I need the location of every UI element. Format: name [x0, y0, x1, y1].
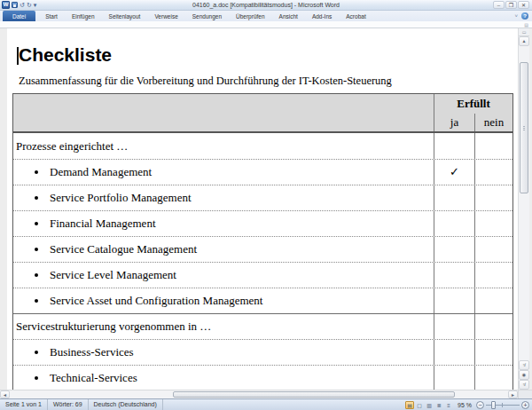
- row-label-cell[interactable]: Service Portfolio Management: [13, 185, 434, 210]
- ja-cell[interactable]: [434, 263, 475, 288]
- nein-cell[interactable]: [475, 160, 512, 185]
- table-row: Servicestrukturierung vorgenommen in …: [13, 313, 512, 339]
- ribbon-tab-row: Datei StartEinfügenSeitenlayoutVerweiseS…: [0, 11, 532, 21]
- tab-sendungen[interactable]: Sendungen: [185, 11, 229, 21]
- table-row: Service Portfolio Management: [13, 185, 512, 210]
- vertical-scroll-thumb[interactable]: [520, 62, 528, 193]
- table-header-row-2: ja nein: [13, 114, 512, 133]
- ja-cell[interactable]: [434, 314, 475, 339]
- table-row: Demand Management ✓: [13, 159, 512, 185]
- nein-cell[interactable]: [475, 185, 512, 210]
- qat-customize-icon[interactable]: ▾: [34, 1, 37, 9]
- nein-cell[interactable]: [475, 340, 512, 365]
- vertical-scrollbar[interactable]: ▭ ▲ ≉ ◉ ≉: [518, 28, 529, 390]
- redo-icon[interactable]: ↻: [27, 1, 32, 9]
- row-label-cell[interactable]: Financial Management: [13, 211, 434, 236]
- table-row: Prozesse eingerichtet …: [13, 133, 512, 159]
- view-mode-button-3[interactable]: ≣: [434, 401, 443, 409]
- tab-ansicht[interactable]: Ansicht: [272, 11, 305, 21]
- page-indicator[interactable]: Seite 1 von 1: [0, 399, 48, 410]
- zoom-out-button[interactable]: −: [476, 401, 484, 409]
- scroll-left-icon[interactable]: ◄: [0, 390, 10, 398]
- word-window: W ↺ ↻ ▾ 04160_a.doc [Kompatibilitätsmodu…: [0, 0, 532, 410]
- horizontal-scroll-thumb[interactable]: [173, 391, 455, 398]
- row-label-cell[interactable]: Business-Services: [13, 340, 434, 365]
- document-page[interactable]: Checkliste Zusammenfassung für die Vorbe…: [7, 28, 518, 390]
- nein-cell[interactable]: [475, 263, 512, 288]
- vertical-scroll-track[interactable]: [519, 46, 529, 360]
- word-count[interactable]: Wörter: 69: [48, 399, 89, 410]
- zoom-level[interactable]: 95 %: [455, 402, 474, 408]
- tab-add-ins[interactable]: Add-Ins: [305, 11, 339, 21]
- ja-cell[interactable]: [434, 237, 475, 262]
- ribbon-tabs: StartEinfügenSeitenlayoutVerweiseSendung…: [38, 11, 373, 21]
- expand-ribbon-icon[interactable]: ▤: [524, 22, 528, 28]
- table-row: Business-Services: [13, 339, 512, 365]
- save-icon[interactable]: [12, 2, 18, 8]
- previous-page-icon[interactable]: ≉: [519, 360, 529, 370]
- zoom-in-button[interactable]: +: [521, 401, 529, 409]
- row-label-cell[interactable]: Technical-Services: [13, 366, 434, 390]
- row-label-cell[interactable]: Prozesse eingerichtet …: [13, 133, 434, 159]
- undo-icon[interactable]: ↺: [20, 1, 25, 9]
- ja-cell[interactable]: [434, 340, 475, 365]
- zoom-slider[interactable]: [486, 401, 520, 409]
- select-browse-object-icon[interactable]: ◉: [519, 370, 529, 380]
- tab--berpr-fen[interactable]: Überprüfen: [229, 11, 272, 21]
- ja-cell[interactable]: [434, 185, 475, 210]
- bullet-icon: [35, 273, 38, 277]
- view-mode-button-4[interactable]: ≡: [444, 401, 453, 409]
- ja-cell[interactable]: ✓: [434, 160, 475, 185]
- nein-cell[interactable]: [475, 314, 512, 339]
- table-row: Service Catalogue Management: [13, 236, 512, 262]
- checklist-table: Erfüllt ja nein Prozesse eingerichtet … …: [12, 93, 513, 390]
- help-button[interactable]: ?: [521, 12, 528, 20]
- nein-cell[interactable]: [475, 237, 512, 262]
- header-ja: ja: [434, 114, 475, 131]
- chevron-down-icon[interactable]: ˅: [514, 12, 518, 20]
- row-label-cell[interactable]: Servicestrukturierung vorgenommen in …: [13, 314, 434, 339]
- document-heading: Checkliste: [19, 44, 112, 66]
- scroll-right-icon[interactable]: ►: [508, 390, 518, 398]
- next-page-icon[interactable]: ≉: [519, 380, 529, 390]
- bullet-icon: [35, 376, 38, 380]
- close-button[interactable]: ✕: [518, 1, 529, 9]
- ja-cell[interactable]: [434, 366, 475, 390]
- tab-datei[interactable]: Datei: [3, 11, 35, 21]
- nein-cell[interactable]: [475, 288, 512, 313]
- zoom-slider-thumb[interactable]: [491, 401, 496, 409]
- language-indicator[interactable]: Deutsch (Deutschland): [89, 399, 163, 410]
- view-mode-button-2[interactable]: ▥: [425, 401, 434, 409]
- tab-verweise[interactable]: Verweise: [147, 11, 184, 21]
- row-label-cell[interactable]: Service Level Management: [13, 263, 434, 288]
- row-label-cell[interactable]: Service Asset und Configuration Manageme…: [13, 288, 434, 313]
- horizontal-scroll-track[interactable]: ◄ ►: [0, 390, 518, 398]
- view-mode-button-1[interactable]: ▢: [415, 401, 424, 409]
- table-header-row-1: Erfüllt: [13, 94, 512, 114]
- table-row: Financial Management: [13, 210, 512, 236]
- nein-cell[interactable]: [475, 366, 512, 390]
- scroll-up-icon[interactable]: ▲: [519, 36, 529, 46]
- tab-einf-gen[interactable]: Einfügen: [65, 11, 102, 21]
- checklist-body: Prozesse eingerichtet … Demand Managemen…: [13, 133, 512, 390]
- scrollbar-corner: [518, 390, 532, 398]
- nein-cell[interactable]: [475, 211, 512, 236]
- ja-cell[interactable]: [434, 288, 475, 313]
- restore-button[interactable]: ❐: [505, 1, 517, 9]
- bullet-icon: [35, 170, 38, 174]
- tab-start[interactable]: Start: [38, 11, 65, 21]
- header-empty-cell: [13, 94, 434, 114]
- tab-seitenlayout[interactable]: Seitenlayout: [102, 11, 148, 21]
- row-label-cell[interactable]: Demand Management: [13, 160, 434, 185]
- tab-acrobat[interactable]: Acrobat: [339, 11, 372, 21]
- minimize-button[interactable]: –: [493, 1, 505, 9]
- row-label: Financial Management: [50, 217, 156, 231]
- header-erfuellt: Erfüllt: [434, 94, 512, 114]
- nein-cell[interactable]: [475, 133, 512, 159]
- view-mode-button-0[interactable]: ▤: [405, 401, 414, 409]
- ja-cell[interactable]: [434, 133, 475, 159]
- word-app-icon[interactable]: W: [2, 1, 10, 9]
- ruler-toggle-icon[interactable]: ▭: [519, 28, 529, 36]
- row-label-cell[interactable]: Service Catalogue Management: [13, 237, 434, 262]
- ja-cell[interactable]: [434, 211, 475, 236]
